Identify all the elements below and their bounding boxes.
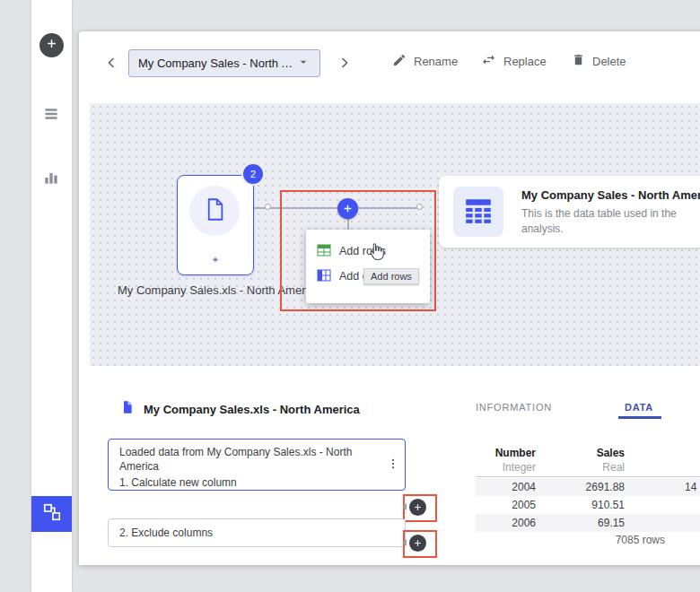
- active-tab-underline: [618, 416, 661, 419]
- app-sidebar: [31, 0, 72, 592]
- insert-step-button-1[interactable]: [409, 499, 426, 516]
- sidebar-item-data-canvas-active[interactable]: [31, 496, 72, 532]
- chevron-down-icon: [296, 55, 311, 73]
- column-type: Integer: [476, 461, 536, 474]
- column-header: Sales: [536, 447, 625, 459]
- connection-port-left: [265, 204, 271, 210]
- cell: 2005: [476, 499, 536, 511]
- cell: 2691.88: [536, 481, 625, 493]
- node-count-badge: 2: [243, 164, 263, 184]
- sparkle-icon: [207, 253, 223, 269]
- cell: 69.15: [536, 517, 625, 529]
- data-preview-table: Number Sales Integer Real 2004 2691.88 1…: [476, 445, 700, 532]
- dataset-selector-dropdown[interactable]: My Company Sales - North America: [128, 49, 320, 77]
- source-file-header: My Company Sales.xls - North America: [120, 400, 360, 418]
- source-file-title: My Company Sales.xls - North America: [144, 403, 360, 416]
- data-canvas-area: My Company Sales.xls - North America 2: [90, 103, 700, 366]
- node-icon-circle: [189, 186, 240, 236]
- data-table-icon: [463, 195, 494, 229]
- table-row: 2004 2691.88 14: [476, 478, 700, 496]
- insert-marker-left-triangle-2: [402, 539, 407, 546]
- rename-label: Rename: [414, 55, 458, 68]
- insert-step-button-2[interactable]: [409, 535, 426, 552]
- data-canvas-icon: [42, 502, 62, 526]
- next-dataset-button[interactable]: [336, 54, 354, 72]
- plus-icon: [45, 37, 58, 54]
- table-row: 2005 910.51: [476, 496, 700, 514]
- table-header-divider: [476, 476, 700, 477]
- column-type: Real: [536, 461, 625, 474]
- add-rows-table-icon: [317, 244, 331, 259]
- previous-dataset-button[interactable]: [102, 54, 120, 72]
- add-rows-tooltip: Add rows: [363, 268, 419, 284]
- dataset-selector-label: My Company Sales - North America: [138, 57, 296, 70]
- pencil-icon: [392, 53, 407, 70]
- transformation-step-1[interactable]: Loaded data from My Company Sales.xls - …: [108, 439, 406, 491]
- add-columns-table-icon: [317, 269, 331, 284]
- step-2-description: 2. Exclude columns: [119, 527, 213, 539]
- file-icon: [120, 400, 135, 418]
- add-new-button[interactable]: [39, 33, 64, 57]
- cell: 2006: [476, 517, 536, 529]
- data-canvas-panel: My Company Sales - North America Rename …: [79, 31, 700, 565]
- add-context-menu: Add rows Add columns: [306, 230, 430, 303]
- table-icon-container: [453, 187, 503, 237]
- app-window: My Company Sales - North America Rename …: [0, 0, 700, 592]
- step-1-substep: 1. Calculate new column: [119, 476, 380, 489]
- delete-button[interactable]: Delete: [572, 52, 626, 70]
- replace-label: Replace: [503, 55, 547, 68]
- column-header: Number: [476, 447, 536, 459]
- cell: 2004: [476, 481, 536, 493]
- step-menu-kebab-icon[interactable]: [387, 457, 399, 474]
- table-type-row: Integer Real: [476, 460, 700, 474]
- table-header-row: Number Sales: [476, 445, 700, 460]
- source-node-card[interactable]: [177, 175, 254, 275]
- tab-data[interactable]: DATA: [625, 402, 653, 413]
- delete-label: Delete: [592, 55, 626, 68]
- rename-button[interactable]: Rename: [392, 52, 458, 70]
- swap-arrows-icon: [481, 52, 496, 70]
- sidebar-item-data[interactable]: [42, 105, 60, 123]
- document-icon: [203, 197, 227, 225]
- trash-icon: [572, 53, 585, 69]
- cell: 14: [625, 481, 700, 493]
- cell: 910.51: [536, 499, 625, 511]
- sidebar-item-visualizations[interactable]: [42, 169, 60, 187]
- rows-list-icon: [42, 110, 60, 126]
- mouse-pointer-icon: [366, 242, 386, 262]
- transformation-step-2[interactable]: 2. Exclude columns: [108, 518, 406, 547]
- table-card-description: This is the data table used in the analy…: [521, 206, 700, 237]
- table-row: 2006 69.15: [476, 514, 700, 532]
- step-1-description: Loaded data from My Company Sales.xls - …: [119, 446, 380, 474]
- data-table-info-card[interactable]: My Company Sales - North America This is…: [439, 176, 700, 248]
- row-count-label: 7085 rows: [476, 534, 665, 546]
- insert-marker-left-triangle-1: [402, 503, 407, 510]
- tab-information[interactable]: INFORMATION: [476, 402, 552, 413]
- replace-button[interactable]: Replace: [481, 52, 547, 70]
- bar-chart-icon: [42, 174, 60, 189]
- table-card-title: My Company Sales - North America: [521, 188, 700, 202]
- add-transformation-button[interactable]: [337, 198, 358, 219]
